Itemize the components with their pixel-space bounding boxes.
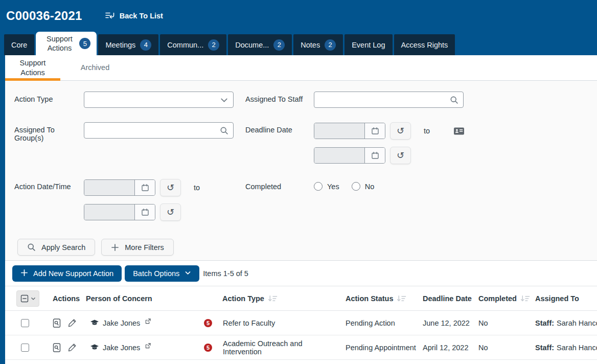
reset-icon[interactable]: ↺ xyxy=(160,179,181,196)
column-header-completed[interactable]: Completed xyxy=(478,294,532,303)
completed-yes-radio[interactable]: Yes xyxy=(314,182,339,191)
column-header-action-status[interactable]: Action Status xyxy=(346,294,419,303)
chevron-down-icon xyxy=(220,96,228,106)
tab-badge: 4 xyxy=(140,39,151,51)
search-icon xyxy=(220,126,228,137)
completed-no-radio[interactable]: No xyxy=(352,182,375,191)
search-icon xyxy=(450,96,458,106)
list-toolbar: Add New Support Action Batch Options Ite… xyxy=(5,261,597,286)
column-header-deadline-date: Deadline Date xyxy=(419,294,475,303)
items-count: Items 1-5 of 5 xyxy=(203,269,248,278)
row-checkbox[interactable] xyxy=(21,344,29,352)
date-range-to-label: to xyxy=(194,184,200,192)
back-to-list-icon xyxy=(105,11,115,21)
reset-icon[interactable]: ↺ xyxy=(390,147,411,164)
tab-access-rights[interactable]: Access Rights xyxy=(394,34,455,55)
radio-icon xyxy=(314,182,323,191)
add-new-support-action-button[interactable]: Add New Support Action xyxy=(12,265,122,282)
back-to-list-button[interactable]: Back To List xyxy=(105,11,163,21)
sort-icon xyxy=(268,295,278,302)
row-checkbox[interactable] xyxy=(21,319,29,327)
subtab-archived[interactable]: Archived xyxy=(72,55,119,80)
person-link[interactable]: Jake Jones xyxy=(103,319,140,327)
chevron-down-icon xyxy=(185,269,191,278)
plus-icon xyxy=(111,243,119,252)
filter-panel: Action Type Assigned To Staff Assigned T… xyxy=(5,81,597,261)
sort-icon xyxy=(397,295,406,302)
page: C00036-2021 Back To List Core Support Ac… xyxy=(0,0,597,364)
assigned-to-staff-input[interactable] xyxy=(314,92,464,108)
tab-badge: 5 xyxy=(79,38,90,49)
calendar-icon[interactable] xyxy=(134,204,155,220)
select-all-dropdown[interactable] xyxy=(16,290,39,307)
graduation-cap-icon xyxy=(90,320,99,326)
calendar-icon[interactable] xyxy=(364,148,385,163)
main-tab-bar: Core Support Actions 5 Meetings 4 Commun… xyxy=(0,32,597,55)
apply-search-button[interactable]: Apply Search xyxy=(17,239,95,256)
deadline-date-to-group xyxy=(314,147,385,164)
assigned-to-groups-label: Assigned To Group(s) xyxy=(14,122,84,142)
tab-badge: 2 xyxy=(273,39,285,51)
person-link[interactable]: Jake Jones xyxy=(103,344,140,352)
table-row: Jake Jones 5 Academic Outreach and Inter… xyxy=(5,335,597,360)
deadline-date-to-input[interactable] xyxy=(314,148,364,163)
column-header-assigned-to: Assigned To xyxy=(532,294,597,303)
action-type-label: Action Type xyxy=(14,92,84,103)
address-card-icon[interactable] xyxy=(454,127,464,135)
edit-pencil-icon[interactable] xyxy=(68,318,77,327)
tab-badge: 2 xyxy=(325,39,336,51)
sub-tab-bar: Support Actions Archived xyxy=(5,55,597,81)
checkbox-minus-icon xyxy=(20,294,29,303)
more-filters-button[interactable]: More Filters xyxy=(101,239,174,256)
assigned-to-value: Sarah Hancox xyxy=(557,319,597,327)
tab-notes[interactable]: Notes 2 xyxy=(293,34,343,55)
action-type-select[interactable] xyxy=(84,92,234,108)
reset-icon[interactable]: ↺ xyxy=(390,122,411,140)
subtab-support-actions[interactable]: Support Actions xyxy=(5,55,60,80)
column-header-action-type[interactable]: Action Type xyxy=(222,294,278,303)
chevron-down-icon xyxy=(31,296,36,301)
assigned-to-prefix: Staff: xyxy=(535,319,554,327)
linked-count-badge: 5 xyxy=(204,319,212,327)
tab-support-actions[interactable]: Support Actions 5 xyxy=(36,32,97,55)
active-subtab-underline xyxy=(5,78,60,81)
action-date-to-input[interactable] xyxy=(84,204,134,220)
action-date-from-input[interactable] xyxy=(84,180,134,195)
preview-document-icon[interactable] xyxy=(53,318,61,328)
column-header-actions: Actions xyxy=(46,294,82,303)
tab-core[interactable]: Core xyxy=(4,34,34,55)
column-header-person-of-concern: Person of Concern xyxy=(82,294,199,303)
case-id-title: C00036-2021 xyxy=(6,9,82,23)
calendar-icon[interactable] xyxy=(364,123,385,139)
sort-icon xyxy=(520,295,530,302)
assigned-to-value: Sarah Hancox xyxy=(557,344,597,352)
content-area: Support Actions Archived Action Type Ass… xyxy=(0,55,597,364)
tab-meetings[interactable]: Meetings 4 xyxy=(98,34,158,55)
date-range-to-label: to xyxy=(424,127,430,135)
action-type-value: Academic Outreach and Intervention xyxy=(223,339,342,356)
action-status-value: Pending Appointment xyxy=(342,344,419,352)
edit-pencil-icon[interactable] xyxy=(68,343,77,352)
top-bar: C00036-2021 Back To List xyxy=(0,0,597,32)
external-link-icon xyxy=(145,343,151,349)
assigned-to-groups-input[interactable] xyxy=(84,122,234,139)
plus-icon xyxy=(20,269,28,278)
reset-icon[interactable]: ↺ xyxy=(160,203,181,221)
deadline-date-value: April 12, 2022 xyxy=(419,344,475,352)
table-row: Jake Jones 5 Refer to Faculty Pending Ac… xyxy=(5,311,597,335)
action-type-value: Refer to Faculty xyxy=(223,319,275,327)
deadline-date-from-group xyxy=(314,123,385,139)
deadline-date-from-input[interactable] xyxy=(314,123,364,139)
tab-documents[interactable]: Docume... 2 xyxy=(228,34,292,55)
tab-communications[interactable]: Commun... 2 xyxy=(160,34,226,55)
assigned-to-staff-label: Assigned To Staff xyxy=(245,92,314,103)
completed-value: No xyxy=(475,344,532,352)
calendar-icon[interactable] xyxy=(134,180,155,195)
batch-options-button[interactable]: Batch Options xyxy=(125,265,199,282)
deadline-date-value: June 12, 2022 xyxy=(419,319,475,327)
tab-event-log[interactable]: Event Log xyxy=(345,34,392,55)
preview-document-icon[interactable] xyxy=(53,343,61,352)
action-datetime-label: Action Date/Time xyxy=(14,179,84,191)
graduation-cap-icon xyxy=(90,344,99,351)
completed-value: No xyxy=(475,319,532,327)
